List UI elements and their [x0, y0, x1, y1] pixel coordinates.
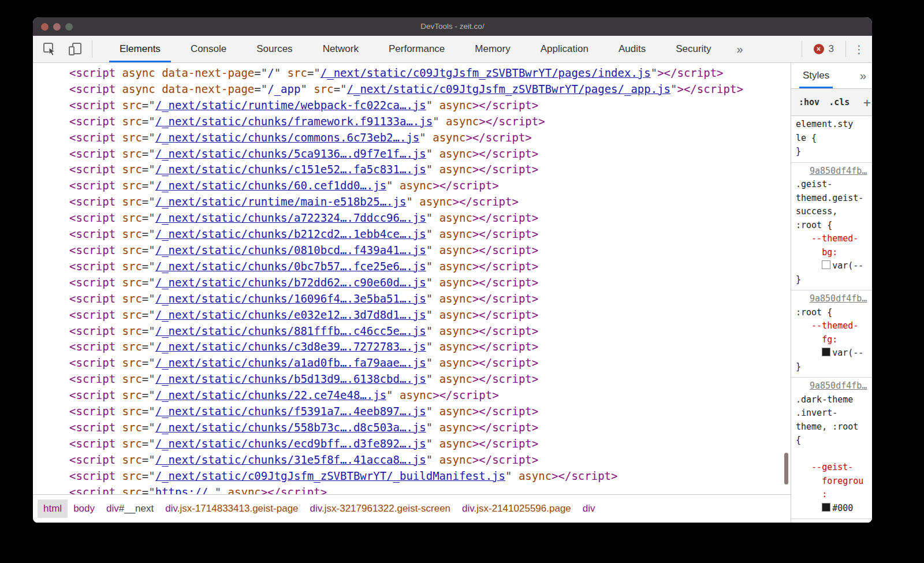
resource-link[interactable]: /_next/static/chunks/f5391a7….4eeb897….j…: [155, 405, 426, 417]
resource-link[interactable]: /_next/static/chunks/558b73c….d8c503a….j…: [155, 421, 426, 434]
resource-link[interactable]: /_next/static/chunks/c151e52….fa5c831….j…: [155, 163, 426, 176]
resource-link[interactable]: /_next/static/chunks/commons.6c73eb2….js: [155, 131, 420, 144]
more-tabs-chevron-icon[interactable]: »: [732, 36, 748, 62]
dom-node[interactable]: <script src="/_next/static/chunks/ecd9bf…: [69, 436, 791, 452]
tab-performance[interactable]: Performance: [374, 36, 460, 62]
resource-link[interactable]: /_next/static/chunks/a722324….7ddcc96….j…: [155, 211, 426, 224]
style-rule-line[interactable]: {: [796, 434, 870, 448]
tab-security[interactable]: Security: [661, 36, 726, 62]
resource-link[interactable]: /_next/static/chunks/c3d8e39….7272783….j…: [155, 340, 426, 353]
dom-node[interactable]: <script src="/_next/static/chunks/b72dd6…: [69, 275, 791, 291]
style-rule-line[interactable]: fg:: [796, 333, 870, 347]
new-style-rule-icon[interactable]: +: [863, 95, 871, 110]
style-rule-line[interactable]: :root {: [796, 306, 870, 320]
resource-link[interactable]: /_next/static/chunks/0810bcd….f439a41….j…: [155, 244, 426, 256]
style-rule-line[interactable]: }: [796, 273, 870, 287]
dom-node[interactable]: <script src="/_next/static/chunks/b212cd…: [69, 226, 791, 243]
style-rule-line[interactable]: foregrou: [796, 475, 870, 489]
element-classes-button[interactable]: .cls: [829, 97, 850, 107]
dom-node[interactable]: <script src="https://…" async></script>: [69, 484, 791, 495]
breadcrumb-div#__next[interactable]: div#__next: [100, 499, 159, 518]
dom-node[interactable]: <script src="/_next/static/chunks/16096f…: [69, 291, 791, 307]
resource-link[interactable]: /_next/static/runtime/main-e518b25….js: [155, 195, 407, 208]
style-rule-line[interactable]: var(--: [796, 346, 870, 360]
tab-memory[interactable]: Memory: [460, 36, 525, 62]
dom-node[interactable]: <script async data-next-page="/_app" src…: [69, 81, 791, 98]
style-rule-line[interactable]: [796, 448, 870, 461]
resource-link[interactable]: /_next/static/c09JtgJsfm_zSVBTBwrYT/_bui…: [155, 469, 505, 482]
resource-link[interactable]: /_next/static/chunks/b212cd2….1ebb4ce….j…: [155, 228, 426, 240]
resource-link[interactable]: /_next/static/c09JtgJsfm_zSVBTBwrYT/page…: [321, 66, 651, 79]
stylesheet-link[interactable]: 9a850df4fb…: [796, 292, 870, 306]
resource-link[interactable]: /_next/static/c09JtgJsfm_zSVBTBwrYT/page…: [347, 83, 671, 95]
breadcrumb-div[interactable]: div.jsx-2141025596.page: [456, 499, 577, 518]
resource-link[interactable]: /_next/static/chunks/ecd9bff….d3fe892….j…: [155, 437, 426, 450]
dom-node[interactable]: <script src="/_next/static/chunks/22.ce7…: [69, 387, 791, 404]
resource-link[interactable]: /_next/static/chunks/60.cef1dd0….js: [155, 179, 386, 192]
dom-node[interactable]: <script src="/_next/static/chunks/b5d13d…: [69, 371, 791, 387]
dom-node[interactable]: <script async data-next-page="/" src="/_…: [69, 65, 791, 81]
resource-link[interactable]: /_next/static/chunks/31e5f8f….41acca8….j…: [155, 453, 426, 466]
resource-link[interactable]: /_next/static/chunks/b72dd62….c90e60d….j…: [155, 276, 426, 289]
dom-node[interactable]: <script src="/_next/static/chunks/a72232…: [69, 210, 791, 226]
style-rule-line[interactable]: --geist-: [796, 461, 870, 475]
style-rule-line[interactable]: :root {: [796, 219, 870, 233]
dom-node[interactable]: <script src="/_next/static/chunks/f5391a…: [69, 404, 791, 420]
style-rule-line[interactable]: le {: [796, 132, 870, 146]
style-rule-line[interactable]: }: [796, 145, 870, 159]
style-rule-line[interactable]: var(--: [796, 259, 870, 273]
stylesheet-link[interactable]: 9a850df4fb…: [796, 379, 870, 393]
dom-node[interactable]: <script src="/_next/static/chunks/c3d8e3…: [69, 339, 791, 355]
style-rule-line[interactable]: .invert-: [796, 407, 870, 420]
tab-network[interactable]: Network: [308, 36, 374, 62]
dom-node[interactable]: <script src="/_next/static/chunks/a1ad0f…: [69, 355, 791, 371]
style-rule-line[interactable]: :: [796, 488, 870, 502]
resource-link[interactable]: /_next/static/runtime/webpack-fc022ca….j…: [155, 99, 426, 111]
tab-console[interactable]: Console: [176, 36, 241, 62]
tab-elements[interactable]: Elements: [105, 36, 176, 62]
style-rule-line[interactable]: --themed-: [796, 232, 870, 246]
stylesheet-link[interactable]: 9a850df4fb…: [796, 165, 870, 178]
resource-link[interactable]: /_next/static/chunks/b5d13d9….6138cbd….j…: [155, 372, 426, 385]
style-rule-line[interactable]: --themed-: [796, 319, 870, 333]
dom-node[interactable]: <script src="/_next/static/c09JtgJsfm_zS…: [69, 468, 791, 484]
tab-sources[interactable]: Sources: [241, 36, 307, 62]
breadcrumb-html[interactable]: html: [38, 499, 68, 518]
tab-audits[interactable]: Audits: [603, 36, 661, 62]
toggle-element-state-button[interactable]: :hov: [799, 97, 819, 107]
resource-link[interactable]: /_next/static/chunks/a1ad0fb….fa79aae….j…: [155, 356, 426, 369]
dom-node[interactable]: <script src="/_next/static/runtime/webpa…: [69, 98, 791, 114]
dom-node[interactable]: <script src="/_next/static/runtime/main-…: [69, 194, 791, 210]
breadcrumb-div[interactable]: div.jsx-3217961322.geist-screen: [304, 499, 457, 518]
dom-node[interactable]: <script src="/_next/static/chunks/framew…: [69, 114, 791, 130]
resource-link[interactable]: /_next/static/chunks/framework.f91133a….…: [155, 115, 433, 128]
dom-node[interactable]: <script src="/_next/static/chunks/60.cef…: [69, 178, 791, 194]
error-counter[interactable]: × 3: [802, 43, 845, 55]
color-swatch[interactable]: [822, 503, 830, 512]
breadcrumb-div[interactable]: div: [577, 499, 601, 518]
tab-application[interactable]: Application: [526, 36, 603, 62]
sidebar-more-tabs-chevron-icon[interactable]: »: [860, 63, 866, 88]
breadcrumb-div[interactable]: div.jsx-1714833413.geist-page: [159, 499, 304, 518]
style-rule-line[interactable]: .dark-theme: [796, 393, 870, 407]
style-rule-line[interactable]: }: [796, 360, 870, 374]
dom-node[interactable]: <script src="/_next/static/chunks/common…: [69, 130, 791, 146]
more-options-icon[interactable]: ⋮: [846, 43, 872, 56]
color-swatch[interactable]: [822, 260, 830, 269]
style-rule-line[interactable]: themed.geist-: [796, 192, 870, 206]
resource-link[interactable]: /_next/static/chunks/881fffb….c46cc5e….j…: [155, 325, 426, 337]
dom-node[interactable]: <script src="/_next/static/chunks/c151e5…: [69, 162, 791, 178]
style-rule-line[interactable]: #000: [796, 502, 870, 516]
color-swatch[interactable]: [822, 348, 830, 356]
tab-styles[interactable]: Styles: [799, 63, 833, 88]
resource-link[interactable]: /_next/static/chunks/22.ce74e48….js: [155, 389, 386, 401]
style-rule-line[interactable]: theme, :root: [796, 420, 870, 434]
dom-node[interactable]: <script src="/_next/static/chunks/31e5f8…: [69, 452, 791, 468]
style-rule-line[interactable]: element.sty: [796, 118, 870, 132]
style-rule-line[interactable]: bg:: [796, 246, 870, 260]
resource-link[interactable]: /_next/static/chunks/e032e12….3d7d8d1….j…: [155, 308, 426, 321]
dom-node[interactable]: <script src="/_next/static/chunks/5ca913…: [69, 146, 791, 162]
style-rule-line[interactable]: .geist-: [796, 178, 870, 192]
vertical-scrollbar[interactable]: [784, 453, 788, 484]
resource-link[interactable]: https://…: [155, 486, 215, 495]
